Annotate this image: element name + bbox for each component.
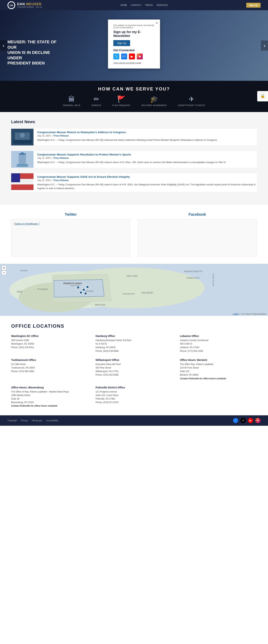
- office-name-bloomsburg: Office Hours: Bloomsburg: [11, 386, 88, 389]
- recaptcha-badge: 🔒: [257, 91, 268, 102]
- office-name-dc: Washington DC Office: [11, 334, 88, 338]
- modal-close-x-button[interactable]: ✕: [156, 21, 158, 25]
- svg-text:NEW YORK: NEW YORK: [126, 275, 138, 277]
- office-address-williamsport: Executive Plaza 4th Floor330 Pine Street…: [95, 362, 172, 377]
- svg-text:Harrisburg: Harrisburg: [86, 290, 93, 292]
- office-lebanon: Lebanon Office Lebanon County Courthouse…: [180, 334, 257, 353]
- office-name-williamsport: Williamsport Office: [95, 358, 172, 362]
- nav-services[interactable]: SERVICES: [157, 4, 168, 6]
- tickets-icon: ✈: [178, 95, 205, 103]
- newsletter-modal: ✕ Get updates on important issues sent d…: [108, 20, 160, 68]
- serve-item-military[interactable]: 🎓 Military Academies: [142, 95, 167, 106]
- news-title-3[interactable]: Congressman Meuser Supports SAVE Act to …: [37, 175, 257, 178]
- office-address-hamburg: Hamburg Municipal Center 2nd floor61 N 3…: [95, 338, 172, 353]
- office-address-lebanon: Lebanon County Courthouse400 S 8th StLeb…: [180, 338, 257, 353]
- svg-text:State College*: State College*: [71, 285, 80, 286]
- office-name-hamburg: Hamburg Office: [95, 334, 172, 338]
- map-zoom-in-button[interactable]: +: [2, 266, 6, 270]
- logo-name: DAN MEUSER: [17, 2, 42, 6]
- svg-point-32: [77, 286, 79, 289]
- modal-title: Sign up for my E-Newsletter: [113, 30, 155, 38]
- header: DM DAN MEUSER CONGRESSMAN · PA-09 HOME C…: [0, 0, 268, 10]
- footer-house-link[interactable]: House.gov: [32, 419, 42, 422]
- svg-text:PHILADELPHIA: PHILADELPHIA: [123, 293, 135, 295]
- nav-press[interactable]: PRESS: [145, 4, 153, 6]
- office-address-berwick: The Office Rep. Robert Leadbeter134 W Fr…: [180, 362, 257, 380]
- hero-next-button[interactable]: ›: [261, 40, 268, 50]
- office-address-tunkhannock: 511 Mile RoadTunkhannock, PA 18657Phone:…: [11, 362, 88, 373]
- office-berwick: Office Hours: Berwick The Office Rep. Ro…: [180, 358, 257, 380]
- svg-point-34: [86, 286, 89, 288]
- news-meta-3: July 10, 2024 | Press Release: [37, 179, 257, 182]
- facebook-social-icon[interactable]: : [121, 54, 127, 60]
- header-signup-button[interactable]: Sign Up: [246, 3, 260, 8]
- offices-section: OFFICE LOCATIONS Washington DC Office 35…: [0, 316, 268, 415]
- modal-signup-button[interactable]: Sign Up: [113, 40, 130, 46]
- svg-text:RHODE ISLAND: RHODE ISLAND: [212, 274, 214, 286]
- office-name-tunkhannock: Tunkhannock Office: [11, 358, 88, 362]
- news-content-2: Congressman Meuser Supports Resolution t…: [37, 151, 226, 168]
- map-section: OHIO NEW YORK NEW JERSEY MARYLAND MASSAC…: [0, 264, 268, 316]
- svg-rect-4: [13, 140, 32, 144]
- svg-text:PENNSYLVANIA: PENNSYLVANIA: [63, 282, 82, 285]
- facebook-section-title: Facebook: [138, 212, 257, 216]
- serve-item-flag[interactable]: 🚩 Flag Request: [112, 95, 130, 106]
- news-type-1: Press Release: [54, 134, 69, 137]
- footer-twitter-icon[interactable]: ✕: [240, 418, 246, 423]
- hero-prev-button[interactable]: ‹: [0, 40, 7, 50]
- logo-icon: DM: [8, 1, 15, 9]
- serve-icons: 🏛 Federal Help ✏ Grants 🚩 Flag Request 🎓…: [8, 95, 260, 106]
- nav-home[interactable]: HOME: [120, 4, 127, 6]
- footer-copyright-link[interactable]: Copyright: [8, 419, 17, 422]
- twitter-section-title: Twitter: [11, 212, 130, 216]
- news-text-2: Washington D.C. – Today, Congressman Dan…: [37, 160, 226, 164]
- office-washington-dc: Washington DC Office 350 Cannon HOBWashi…: [11, 334, 88, 353]
- svg-point-36: [84, 292, 87, 295]
- svg-rect-9: [17, 164, 28, 167]
- social-feeds-section: Twitter Tweets by RepMeuser ↗ Facebook: [0, 205, 268, 264]
- news-section: Latest News Congressman Meuser Reacts to…: [0, 112, 268, 205]
- instagram-social-icon[interactable]: ■: [137, 54, 143, 60]
- grants-icon: ✏: [92, 95, 101, 103]
- twitter-social-icon[interactable]: 𝕏: [113, 54, 119, 60]
- federal-help-icon: 🏛: [63, 95, 80, 103]
- news-type-2: Press Release: [54, 157, 69, 159]
- flag-icon: 🚩: [112, 95, 130, 103]
- footer-accessibility-link[interactable]: Accessibility: [46, 419, 58, 422]
- news-date-1: July 24, 2024: [37, 134, 50, 137]
- twitter-feed-column: Twitter Tweets by RepMeuser ↗: [11, 212, 130, 256]
- twitter-widget-link[interactable]: Tweets by RepMeuser ↗: [14, 222, 40, 225]
- footer-facebook-icon[interactable]: f: [233, 418, 238, 423]
- offices-section-title: OFFICE LOCATIONS: [11, 323, 257, 329]
- modal-promo-text: Get updates on important issues sent dir…: [113, 24, 155, 28]
- map-zoom-out-button[interactable]: −: [2, 270, 6, 275]
- footer-youtube-icon[interactable]: ▶: [248, 418, 253, 423]
- news-image-3: [11, 173, 34, 190]
- serve-item-grants[interactable]: ✏ Grants: [92, 95, 101, 106]
- twitter-widget: Tweets by RepMeuser ↗: [11, 219, 130, 256]
- leaflet-link[interactable]: Leaflet: [233, 313, 238, 315]
- serve-title: HOW CAN WE SERVE YOU?: [8, 86, 260, 92]
- footer-privacy-link[interactable]: Privacy: [21, 419, 28, 422]
- news-section-title: Latest News: [11, 120, 257, 124]
- svg-text:CONNECTICUT: CONNECTICUT: [186, 277, 200, 279]
- youtube-social-icon[interactable]: ▶: [129, 54, 135, 60]
- nav-contact[interactable]: CONTACT: [131, 4, 142, 6]
- modal-connect-title: Get Connected: [113, 49, 155, 52]
- svg-text:MARYLAND: MARYLAND: [95, 304, 105, 306]
- svg-text:OHIO: OHIO: [17, 290, 23, 293]
- header-logo: DM DAN MEUSER CONGRESSMAN · PA-09: [8, 1, 42, 9]
- svg-text:DM: DM: [10, 4, 13, 6]
- office-name-lebanon: Lebanon Office: [180, 334, 257, 338]
- news-item: Congressman Meuser Supports Resolution t…: [11, 151, 257, 168]
- modal-close-link[interactable]: Close and do not display again: [113, 62, 155, 64]
- serve-item-federal-help[interactable]: 🏛 Federal Help: [63, 95, 80, 106]
- office-name-berwick: Office Hours: Berwick: [180, 358, 257, 362]
- footer-instagram-icon[interactable]: ■: [255, 418, 260, 423]
- serve-label-military: Military Academies: [142, 104, 167, 106]
- news-title-2[interactable]: Congressman Meuser Supports Resolution t…: [37, 153, 226, 156]
- serve-item-tickets[interactable]: ✈ Constituent Tickets: [178, 95, 205, 106]
- news-title-1[interactable]: Congressman Meuser Reacts to Netanyahu's…: [37, 130, 218, 134]
- house-credit: U.S. House of Representatives: [241, 313, 266, 315]
- news-date-3: July 10, 2024: [37, 179, 50, 182]
